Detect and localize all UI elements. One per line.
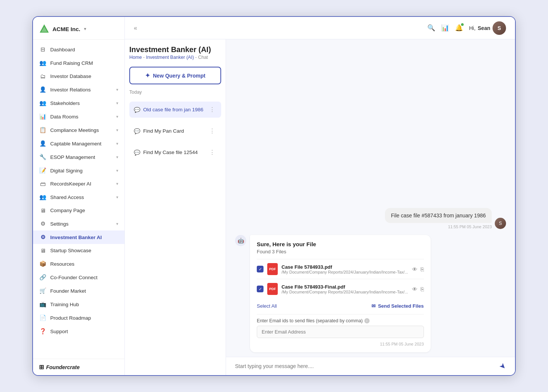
chat-input[interactable] xyxy=(235,363,495,369)
sidebar: ACME Inc. ▾ ⊟ Dashboard 👥 Fund Raising C… xyxy=(33,17,125,375)
sidebar-item-compliance-meetings[interactable]: 📋 Compliance Meetings ▾ xyxy=(33,123,124,137)
shared-access-icon: 👥 xyxy=(39,194,46,200)
send-files-button[interactable]: ✉ Send Selected Files xyxy=(371,303,424,309)
analytics-icon[interactable]: 📊 xyxy=(441,24,449,32)
pdf-icon: PDF xyxy=(267,263,278,275)
sidebar-item-esop-management[interactable]: 🔧 ESOP Management ▾ xyxy=(33,150,124,164)
user-message-content: File case file #587433 from january 1986… xyxy=(385,208,492,229)
sidebar-item-training-hub[interactable]: 📺 Training Hub xyxy=(33,298,124,311)
file-info-2: Case File 5784933-Final.pdf /My Document… xyxy=(281,284,408,294)
sidebar-item-founder-market[interactable]: 🛒 Founder Market xyxy=(33,284,124,298)
file-path: /My Document/Company Reports/2024/Januar… xyxy=(281,290,408,294)
file-footer: Select All ✉ Send Selected Files xyxy=(257,303,424,309)
sidebar-item-product-roadmap[interactable]: 📄 Product Roadmap xyxy=(33,311,124,325)
chat-panel: File case file #587433 from january 1986… xyxy=(226,39,515,375)
sidebar-footer: ⊞ Foundercrate xyxy=(33,359,124,375)
support-icon: ❓ xyxy=(39,328,46,335)
notification-bell-icon[interactable]: 🔔 xyxy=(455,24,463,32)
sidebar-item-investment-banker-ai[interactable]: ⚙ Investment Banker AI xyxy=(33,230,124,244)
new-query-button[interactable]: ✦ New Query & Prompt xyxy=(129,67,221,84)
new-query-label: New Query & Prompt xyxy=(153,73,205,79)
mail-icon: ✉ xyxy=(371,303,376,309)
ai-response-title: Sure, Here is your File xyxy=(257,241,424,247)
copy-icon[interactable]: ⎘ xyxy=(421,286,424,292)
chat-list-panel: Investment Banker (AI) Home - Investment… xyxy=(125,39,226,375)
chevron-down-icon: ▾ xyxy=(116,141,118,146)
logo-chevron-icon: ▾ xyxy=(84,26,86,31)
sidebar-item-label: Co-Founder Connect xyxy=(50,275,97,280)
chat-item[interactable]: 💬 Old case file from jan 1986 ⋮ xyxy=(129,102,221,118)
sidebar-item-co-founder-connect[interactable]: 🔗 Co-Founder Connect xyxy=(33,271,124,284)
email-section: Enter Email ids to send files (separated… xyxy=(257,314,424,338)
send-message-icon[interactable]: ➤ xyxy=(497,361,508,372)
send-files-label: Send Selected Files xyxy=(378,303,424,309)
chat-bubble-icon: 💬 xyxy=(134,128,140,134)
sidebar-item-settings[interactable]: ⚙ Settings ▾ xyxy=(33,217,124,230)
sidebar-item-shared-access[interactable]: 👥 Shared Access ▾ xyxy=(33,190,124,204)
sidebar-item-label: Shared Access xyxy=(50,195,84,200)
breadcrumb-home: Home xyxy=(129,55,142,60)
notification-dot xyxy=(461,23,464,26)
file-actions-2: 👁 ⎘ xyxy=(412,286,424,292)
sidebar-item-support[interactable]: ❓ Support xyxy=(33,325,124,338)
main-content: « 🔍 📊 🔔 Hi, Sean S Investment Banker (AI… xyxy=(125,17,515,375)
select-all-link[interactable]: Select All xyxy=(257,303,277,309)
search-icon[interactable]: 🔍 xyxy=(427,24,435,32)
sidebar-item-recordskeeper-ai[interactable]: 🗃 RecordsKeeper AI ▾ xyxy=(33,177,124,190)
sidebar-item-label: Stakeholders xyxy=(50,100,80,106)
info-icon: i xyxy=(364,318,370,323)
user-message-timestamp: 11:55 PM 05 June 2023 xyxy=(385,224,492,229)
sidebar-item-investor-relations[interactable]: 👤 Investor Relations ▾ xyxy=(33,83,124,96)
sidebar-logo[interactable]: ACME Inc. ▾ xyxy=(33,17,124,40)
email-input[interactable] xyxy=(257,326,424,338)
ai-bubble: Sure, Here is your File Found 3 Files ✓ … xyxy=(250,235,431,352)
chat-bubble-icon: 💬 xyxy=(134,107,140,113)
sidebar-item-startup-showcase[interactable]: 🖥 Startup Showcase xyxy=(33,244,124,257)
ai-message-timestamp: 11:55 PM 05 June 2023 xyxy=(257,342,424,346)
user-profile[interactable]: Hi, Sean S xyxy=(469,21,506,35)
sidebar-item-digital-signing[interactable]: 📝 Digital Signing ▾ xyxy=(33,164,124,177)
user-bubble: File case file #587433 from january 1986 xyxy=(385,208,492,223)
sidebar-item-label: Investor Relations xyxy=(50,87,91,93)
sidebar-nav: ⊟ Dashboard 👥 Fund Raising CRM 🗂 Investo… xyxy=(33,40,124,359)
data-rooms-icon: 📊 xyxy=(39,113,46,120)
view-icon[interactable]: 👁 xyxy=(412,266,418,272)
chat-more-icon[interactable]: ⋮ xyxy=(208,127,217,135)
sidebar-item-label: Compliance Meetings xyxy=(50,127,99,133)
sidebar-item-label: Training Hub xyxy=(50,302,79,307)
sidebar-item-label: Company Page xyxy=(50,208,85,213)
chat-more-icon[interactable]: ⋮ xyxy=(208,148,217,157)
sidebar-item-label: ESOP Management xyxy=(50,154,95,160)
sidebar-item-captable-management[interactable]: 👤 Captable Management ▾ xyxy=(33,137,124,150)
chat-more-icon[interactable]: ⋮ xyxy=(208,105,217,114)
file-checkbox-2[interactable]: ✓ xyxy=(257,286,264,292)
chat-spacer xyxy=(235,44,506,202)
view-icon[interactable]: 👁 xyxy=(412,286,418,292)
sidebar-item-resources[interactable]: 📦 Resources xyxy=(33,257,124,271)
copy-icon[interactable]: ⎘ xyxy=(421,266,424,272)
sidebar-item-dashboard[interactable]: ⊟ Dashboard xyxy=(33,43,124,56)
avatar[interactable]: S xyxy=(493,21,506,35)
app-name: ACME Inc. xyxy=(52,26,80,32)
sidebar-item-company-page[interactable]: 🖥 Company Page xyxy=(33,204,124,217)
sidebar-item-stakeholders[interactable]: 👥 Stakeholders ▾ xyxy=(33,96,124,110)
breadcrumb-section: Investment Banker (AI) xyxy=(146,55,194,60)
sidebar-item-investor-database[interactable]: 🗂 Investor Database xyxy=(33,70,124,83)
sidebar-collapse-button[interactable]: « xyxy=(134,25,137,31)
ai-bot-icon: 🤖 xyxy=(235,235,246,246)
sidebar-item-fundraising-crm[interactable]: 👥 Fund Raising CRM xyxy=(33,56,124,70)
stakeholders-icon: 👥 xyxy=(39,100,46,106)
breadcrumb-current: Chat xyxy=(198,55,208,60)
investor-db-icon: 🗂 xyxy=(39,73,46,79)
chat-item[interactable]: 💬 Find My Case file 12544 ⋮ xyxy=(129,144,221,160)
file-checkbox-1[interactable]: ✓ xyxy=(257,266,264,272)
sidebar-item-label: RecordsKeeper AI xyxy=(50,181,91,187)
user-name: Sean xyxy=(478,25,490,31)
chat-input-bar: ➤ xyxy=(226,357,515,375)
investor-rel-icon: 👤 xyxy=(39,86,46,93)
sparkle-icon: ✦ xyxy=(145,72,150,79)
captable-icon: 👤 xyxy=(39,140,46,147)
sidebar-item-label: Fund Raising CRM xyxy=(50,60,93,66)
chat-item[interactable]: 💬 Find My Pan Card ⋮ xyxy=(129,123,221,139)
sidebar-item-data-rooms[interactable]: 📊 Data Rooms ▾ xyxy=(33,110,124,123)
